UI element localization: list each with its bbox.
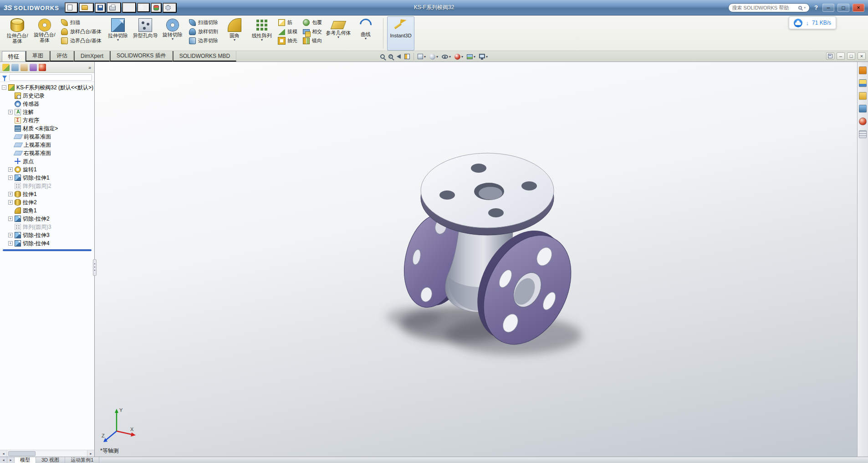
- reference-geometry-button[interactable]: 参考几何体 ▾: [325, 16, 352, 51]
- help-button[interactable]: ?: [813, 4, 819, 11]
- tab-sketch[interactable]: 草图: [26, 51, 50, 62]
- tab-model[interactable]: 模型: [15, 457, 36, 463]
- expand-toggle[interactable]: +: [8, 241, 13, 246]
- tree-item-cut-extrude4[interactable]: + 切除-拉伸4: [0, 239, 94, 247]
- wrap-button[interactable]: 包覆: [301, 19, 323, 26]
- expand-toggle[interactable]: +: [8, 110, 13, 114]
- tab-scroll-prev-button[interactable]: ◂: [0, 457, 7, 463]
- intersect-button[interactable]: 相交: [301, 28, 323, 36]
- tree-item-cut-extrude2[interactable]: + 切除-拉伸2: [0, 215, 94, 223]
- shell-button[interactable]: 抽壳: [277, 37, 299, 45]
- tab-scroll-next-button[interactable]: ▸: [7, 457, 15, 463]
- section-view-button[interactable]: [403, 53, 411, 60]
- extruded-boss-button[interactable]: 拉伸凸台/基体: [4, 16, 31, 51]
- revolved-cut-button[interactable]: 旋转切除 ▾: [159, 16, 186, 51]
- edit-appearance-button[interactable]: ▾: [453, 53, 465, 61]
- window-close-button[interactable]: ×: [853, 4, 864, 12]
- filter-icon[interactable]: [2, 76, 7, 79]
- tree-item-cut-extrude3[interactable]: + 切除-拉伸3: [0, 231, 94, 239]
- hide-show-items-button[interactable]: ▾: [440, 54, 452, 60]
- zoom-area-button[interactable]: [387, 53, 394, 60]
- tab-motion-study-1[interactable]: 运动算例1: [65, 457, 99, 463]
- tree-item-cirpattern2[interactable]: 阵列(圆周)2: [0, 182, 94, 190]
- window-restore-button[interactable]: □: [837, 4, 849, 12]
- tree-item-fillet1[interactable]: 圆角1: [0, 206, 94, 215]
- scroll-right-button[interactable]: ►: [87, 450, 94, 457]
- expand-toggle[interactable]: [8, 118, 13, 123]
- tab-evaluate[interactable]: 评估: [50, 51, 74, 62]
- fillet-button[interactable]: 圆角 ▾: [221, 16, 248, 51]
- expand-toggle[interactable]: [8, 126, 13, 131]
- scrollbar-thumb[interactable]: [8, 451, 36, 456]
- scroll-left-button[interactable]: ◄: [0, 450, 7, 457]
- boundary-boss-button[interactable]: 边界凸台/基体: [60, 37, 103, 45]
- hole-wizard-button[interactable]: 异型孔向导: [132, 16, 159, 51]
- panel-splitter[interactable]: [93, 259, 97, 276]
- undo-button[interactable]: ↺▾: [122, 2, 136, 13]
- view-settings-button[interactable]: ▾: [478, 53, 489, 61]
- view-orientation-button[interactable]: ▾: [416, 53, 427, 60]
- previous-view-button[interactable]: [395, 53, 402, 60]
- display-style-button[interactable]: ▾: [428, 53, 439, 61]
- tab-3d-views[interactable]: 3D 视图: [36, 457, 65, 463]
- extruded-cut-button[interactable]: 拉伸切除 ▾: [104, 16, 132, 51]
- tree-item-cut-extrude1[interactable]: + 切除-拉伸1: [0, 174, 94, 182]
- zoom-fit-button[interactable]: [379, 53, 386, 60]
- boundary-cut-button[interactable]: 边界切除: [188, 37, 220, 45]
- expand-toggle[interactable]: +: [8, 175, 13, 180]
- tab-solidworks-addins[interactable]: SOLIDWORKS 插件: [110, 51, 173, 62]
- select-button[interactable]: ▾: [137, 3, 150, 12]
- configurationmanager-tab-icon[interactable]: [20, 64, 28, 71]
- expand-toggle[interactable]: +: [8, 192, 13, 196]
- expand-toggle[interactable]: [8, 225, 13, 229]
- search-input[interactable]: [732, 5, 796, 10]
- tree-item-sensors[interactable]: 传感器: [0, 100, 94, 108]
- download-speed-badge[interactable]: ↓ 71 KB/s: [789, 16, 836, 29]
- displaymanager-tab-icon[interactable]: [39, 64, 46, 71]
- tree-item-origin[interactable]: 原点: [0, 157, 94, 165]
- expand-toggle[interactable]: [8, 143, 13, 147]
- print-button[interactable]: ▾: [107, 2, 122, 13]
- rib-button[interactable]: 筋: [277, 19, 299, 26]
- tree-root-item[interactable]: - KS-F系列梭阀32 (默认<<默认>): [0, 83, 94, 92]
- tree-item-material[interactable]: 材质 <未指定>: [0, 124, 94, 133]
- apply-scene-button[interactable]: ▾: [465, 53, 477, 60]
- linear-pattern-button[interactable]: 线性阵列 ▾: [248, 16, 276, 51]
- window-minimize-button[interactable]: –: [822, 4, 834, 12]
- model-3d[interactable]: [95, 62, 857, 457]
- expand-toggle[interactable]: +: [8, 167, 13, 172]
- expand-toggle[interactable]: +: [8, 200, 13, 205]
- dimxpertmanager-tab-icon[interactable]: [30, 64, 37, 71]
- expand-toggle[interactable]: +: [8, 216, 13, 221]
- expand-toggle[interactable]: [8, 184, 13, 188]
- taskpane-design-library-icon[interactable]: [859, 79, 867, 87]
- save-button[interactable]: [95, 3, 106, 13]
- propertymanager-tab-icon[interactable]: [11, 64, 19, 71]
- tree-item-front-plane[interactable]: 前视基准面: [0, 133, 94, 141]
- expand-toggle[interactable]: [8, 159, 13, 164]
- swept-boss-button[interactable]: 扫描: [60, 19, 103, 26]
- options-button[interactable]: ▾: [163, 3, 177, 13]
- rollback-bar[interactable]: [3, 249, 92, 251]
- tree-item-extrude2[interactable]: + 拉伸2: [0, 198, 94, 206]
- expand-toggle[interactable]: [8, 102, 13, 106]
- lofted-boss-button[interactable]: 放样凸台/基体: [60, 28, 103, 36]
- expand-toggle[interactable]: [8, 134, 13, 139]
- expand-toggle[interactable]: [8, 93, 13, 98]
- expand-toggle[interactable]: -: [2, 85, 6, 90]
- revolved-boss-button[interactable]: 旋转凸台/基体: [31, 16, 58, 51]
- rebuild-button[interactable]: [151, 3, 162, 13]
- taskpane-custom-properties-icon[interactable]: [859, 130, 867, 138]
- swept-cut-button[interactable]: 扫描切除: [188, 19, 220, 26]
- tree-item-history[interactable]: 历史记录: [0, 92, 94, 100]
- new-document-button[interactable]: ▾: [65, 2, 78, 13]
- lofted-cut-button[interactable]: 放样切割: [188, 28, 220, 36]
- search-dropdown-icon[interactable]: ▾: [804, 6, 806, 10]
- tab-dimxpert[interactable]: DimXpert: [74, 51, 110, 62]
- panel-flyout-chevron[interactable]: »: [87, 65, 92, 70]
- tree-item-top-plane[interactable]: 上视基准面: [0, 141, 94, 149]
- instant3d-button[interactable]: Instant3D: [387, 16, 414, 51]
- taskpane-view-palette-icon[interactable]: [859, 105, 867, 113]
- dock-button[interactable]: [826, 52, 834, 60]
- tree-item-extrude1[interactable]: + 拉伸1: [0, 190, 94, 198]
